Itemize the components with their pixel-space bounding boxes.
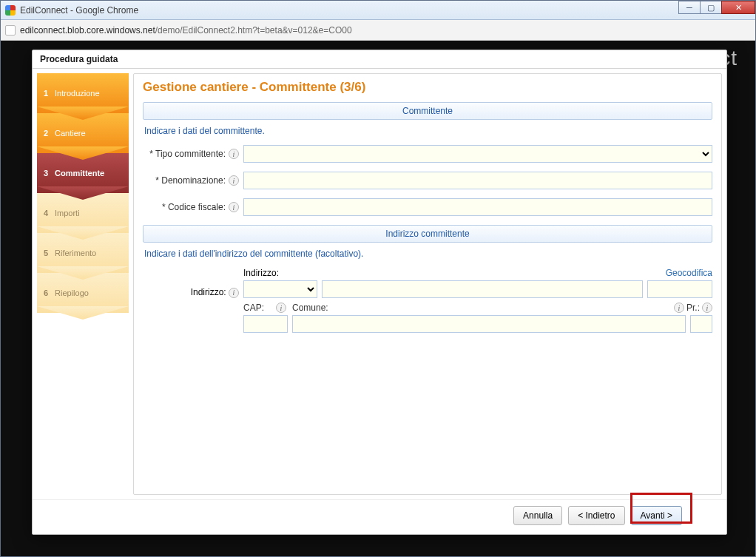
wizard-step-num: 5 [37, 249, 55, 257]
info-icon[interactable]: i [674, 303, 684, 313]
wizard-step-label: Cantiere [55, 129, 86, 138]
close-button[interactable]: ✕ [721, 1, 755, 14]
link-geocodifica[interactable]: Geocodifica [666, 268, 712, 278]
maximize-button[interactable]: ▢ [700, 1, 722, 14]
label-indirizzo-top: Indirizzo: [243, 268, 279, 278]
dialog-body: 1 Introduzione 2 Cantiere 3 Committente … [33, 69, 726, 499]
browser-window: EdilConnect - Google Chrome ─ ▢ ✕ edilco… [0, 0, 756, 557]
address-bar[interactable]: edilconnect.blob.core.windows.net/demo/E… [1, 20, 755, 41]
label-cap: CAP: [243, 303, 264, 313]
input-comune[interactable] [292, 315, 686, 333]
form-panel: Gestione cantiere - Committente (3/6) Co… [133, 73, 722, 495]
instruction-committente: Indicare i dati del committente. [144, 126, 712, 136]
cancel-button[interactable]: Annulla [513, 506, 562, 525]
wizard-step-num: 1 [37, 89, 55, 98]
wizard-sidebar: 1 Introduzione 2 Cantiere 3 Committente … [37, 73, 129, 495]
label-indirizzo-side: Indirizzo: [191, 287, 226, 297]
wizard-step-label: Importi [55, 209, 80, 217]
window-buttons: ─ ▢ ✕ [679, 1, 755, 16]
dialog-footer: Annulla < Indietro Avanti > [33, 499, 726, 534]
wizard-step-num: 3 [37, 169, 55, 178]
back-button[interactable]: < Indietro [568, 506, 624, 525]
input-denominazione[interactable] [243, 172, 712, 189]
address-block: Indirizzo: i Indirizzo: Geocodifica [143, 268, 712, 337]
next-button[interactable]: Avanti > [631, 506, 682, 525]
row-tipo-committente: * Tipo committente: i [143, 145, 712, 163]
page-heading: Gestione cantiere - Committente (3/6) [143, 80, 712, 95]
instruction-indirizzo: Indicare i dati dell'indirizzo del commi… [144, 249, 712, 259]
input-cap[interactable] [243, 315, 288, 333]
dialog-title: Procedura guidata [33, 50, 726, 69]
input-civico[interactable] [647, 280, 712, 298]
select-tipo-via[interactable] [243, 280, 317, 298]
info-icon[interactable]: i [702, 303, 712, 313]
label-codice-fiscale: * Codice fiscale: [162, 202, 226, 212]
url-host: edilconnect.blob.core.windows.net [20, 25, 155, 36]
info-icon[interactable]: i [229, 175, 239, 186]
input-pr[interactable] [690, 315, 712, 333]
wizard-step-introduzione[interactable]: 1 Introduzione [37, 73, 129, 113]
row-codice-fiscale: * Codice fiscale: i [143, 198, 712, 216]
label-tipo-committente: * Tipo committente: [149, 149, 226, 159]
row-denominazione: * Denominazione: i [143, 172, 712, 189]
info-icon[interactable]: i [229, 149, 239, 159]
wizard-step-num: 6 [37, 288, 55, 297]
info-icon[interactable]: i [229, 288, 239, 298]
section-header-indirizzo: Indirizzo committente [143, 225, 712, 243]
window-title: EdilConnect - Google Chrome [20, 5, 138, 16]
input-via[interactable] [322, 280, 643, 298]
select-tipo-committente[interactable] [243, 145, 712, 163]
url-path: /demo/EdilConnect2.htm?t=beta&v=012&e=CO… [155, 25, 352, 36]
titlebar: EdilConnect - Google Chrome ─ ▢ ✕ [1, 1, 755, 20]
wizard-step-label: Introduzione [55, 89, 100, 98]
wizard-step-label: Committente [55, 169, 104, 178]
info-icon[interactable]: i [229, 202, 239, 212]
info-icon[interactable]: i [276, 303, 286, 313]
section-header-committente: Committente [143, 102, 712, 120]
page-backdrop: EdilConnect Procedura guidata 1 Introduz… [1, 41, 755, 556]
chrome-icon [5, 5, 16, 16]
page-icon [5, 25, 16, 36]
wizard-dialog: Procedura guidata 1 Introduzione 2 Canti… [32, 50, 727, 535]
input-codice-fiscale[interactable] [243, 198, 712, 216]
url-text: edilconnect.blob.core.windows.net/demo/E… [20, 25, 352, 36]
label-pr: Pr.: [686, 303, 700, 313]
wizard-step-label: Riferimento [55, 249, 96, 257]
wizard-step-label: Riepilogo [55, 288, 89, 297]
wizard-step-num: 2 [37, 129, 55, 138]
minimize-button[interactable]: ─ [678, 1, 701, 14]
label-comune: Comune: [292, 303, 328, 313]
wizard-step-num: 4 [37, 209, 55, 217]
label-denominazione: * Denominazione: [155, 175, 226, 186]
